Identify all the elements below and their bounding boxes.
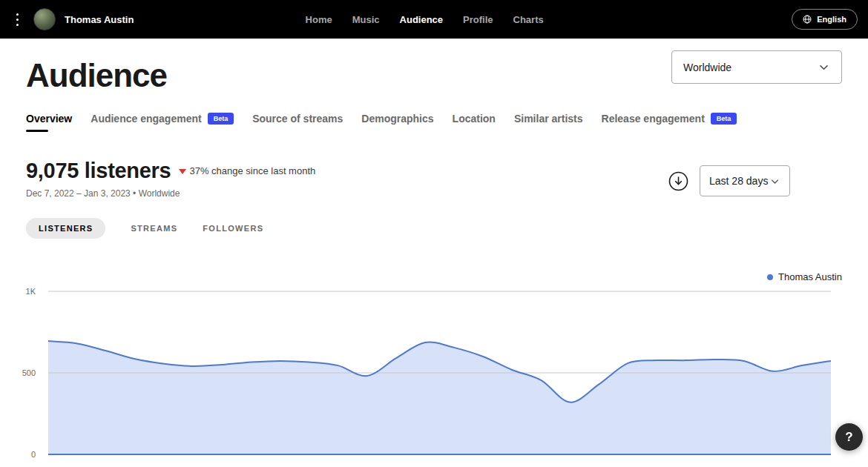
- chevron-down-icon: [769, 176, 780, 187]
- toggle-listeners[interactable]: LISTENERS: [26, 218, 105, 239]
- artist-account: Thomas Austin: [10, 8, 134, 30]
- tab-source-of-streams[interactable]: Source of streams: [252, 113, 343, 136]
- tab-label: Demographics: [361, 113, 433, 125]
- tab-label: Audience engagement: [91, 113, 201, 125]
- date-range-subtitle: Dec 7, 2022 – Jan 3, 2023 • Worldwide: [26, 188, 315, 199]
- tab-label: Release engagement: [602, 113, 705, 125]
- primary-nav: Home Music Audience Profile Charts: [306, 0, 544, 39]
- decrease-icon: [179, 169, 186, 174]
- nav-music[interactable]: Music: [352, 14, 380, 25]
- help-button[interactable]: ?: [835, 423, 863, 451]
- language-button[interactable]: English: [792, 9, 858, 30]
- beta-badge: Beta: [208, 113, 234, 125]
- listeners-chart-section: Thomas Austin 1K5000: [26, 271, 842, 457]
- change-text: 37% change since last month: [189, 165, 315, 176]
- chart-plot-area[interactable]: 1K5000: [48, 285, 831, 457]
- region-select-value: Worldwide: [683, 62, 731, 73]
- tab-audience-engagement[interactable]: Audience engagement Beta: [91, 113, 234, 136]
- toggle-followers[interactable]: FOLLOWERS: [203, 224, 263, 233]
- area-fill: [48, 341, 831, 454]
- change-indicator: 37% change since last month: [179, 165, 315, 176]
- active-tab-underline: [26, 130, 48, 132]
- tab-similar-artists[interactable]: Similar artists: [514, 113, 583, 136]
- y-tick-label: 1K: [26, 287, 36, 296]
- language-label: English: [817, 15, 846, 24]
- tab-label: Similar artists: [514, 113, 583, 125]
- y-tick-label: 0: [31, 450, 36, 459]
- legend-dot: [767, 274, 773, 280]
- artist-name[interactable]: Thomas Austin: [65, 14, 134, 25]
- tab-location[interactable]: Location: [453, 113, 496, 136]
- date-range-value: Last 28 days: [709, 175, 768, 187]
- nav-audience[interactable]: Audience: [400, 14, 444, 25]
- audience-tabs: Overview Audience engagement Beta Source…: [26, 113, 842, 136]
- download-button[interactable]: [668, 170, 688, 191]
- toggle-streams[interactable]: STREAMS: [131, 224, 177, 233]
- region-select[interactable]: Worldwide: [671, 50, 842, 84]
- metric-toggle-group: LISTENERS STREAMS FOLLOWERS: [26, 218, 842, 239]
- listeners-area-chart: [48, 285, 831, 457]
- tab-label: Overview: [26, 113, 72, 125]
- page-title: Audience: [26, 58, 167, 93]
- tab-label: Source of streams: [252, 113, 343, 125]
- y-tick-label: 500: [22, 368, 36, 377]
- chart-legend: Thomas Austin: [26, 271, 842, 282]
- top-nav-bar: Thomas Austin Home Music Audience Profil…: [0, 0, 868, 39]
- legend-label: Thomas Austin: [778, 271, 842, 282]
- nav-home[interactable]: Home: [306, 14, 332, 25]
- beta-badge: Beta: [711, 113, 737, 125]
- tab-demographics[interactable]: Demographics: [361, 113, 433, 136]
- tab-overview[interactable]: Overview: [26, 113, 72, 136]
- tab-release-engagement[interactable]: Release engagement Beta: [602, 113, 737, 136]
- globe-icon: [803, 15, 812, 24]
- nav-profile[interactable]: Profile: [463, 14, 493, 25]
- artist-avatar[interactable]: [33, 8, 56, 30]
- nav-charts[interactable]: Charts: [513, 14, 544, 25]
- date-range-select[interactable]: Last 28 days: [700, 165, 790, 196]
- tab-label: Location: [453, 113, 496, 125]
- chevron-down-icon: [818, 61, 830, 73]
- listeners-summary: 9,075 listeners 37% change since last mo…: [26, 159, 315, 199]
- listeners-count: 9,075 listeners: [26, 159, 171, 183]
- overflow-menu-icon[interactable]: [10, 9, 24, 30]
- download-icon: [668, 171, 688, 191]
